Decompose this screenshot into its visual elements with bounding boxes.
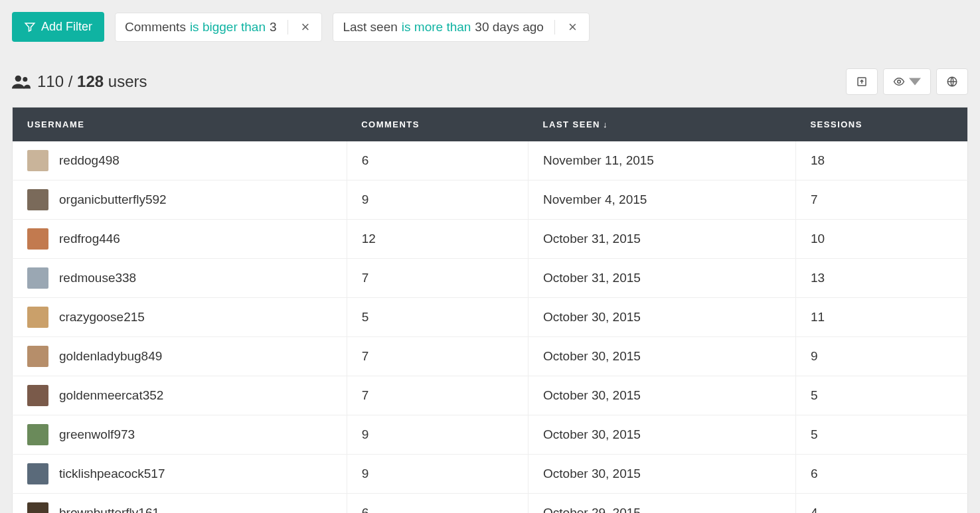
avatar	[27, 502, 48, 513]
username-cell: goldenladybug849	[59, 349, 162, 364]
last-seen-cell: October 31, 2015	[529, 259, 796, 298]
username-cell: organicbutterfly592	[59, 192, 167, 207]
globe-button[interactable]	[936, 68, 968, 95]
table-row[interactable]: crazygoose2155October 30, 201511	[13, 298, 968, 337]
chip-field: Last seen	[343, 20, 397, 35]
funnel-icon	[24, 21, 36, 33]
result-count: 110 / 128 users	[37, 72, 147, 91]
last-seen-cell: October 29, 2015	[529, 494, 796, 514]
comments-cell: 5	[347, 298, 528, 337]
comments-cell: 7	[347, 376, 528, 415]
comments-cell: 9	[347, 455, 528, 494]
add-filter-button[interactable]: Add Filter	[12, 12, 104, 42]
sessions-cell: 5	[795, 415, 967, 455]
count-separator: /	[68, 72, 73, 90]
users-icon	[12, 74, 31, 90]
chip-value: 3	[270, 20, 277, 35]
filter-chip[interactable]: Last seen is more than 30 days ago×	[333, 13, 589, 42]
username-cell: redmouse338	[59, 271, 136, 285]
last-seen-cell: October 31, 2015	[529, 220, 796, 259]
username-cell: redfrog446	[59, 232, 120, 246]
sessions-cell: 4	[795, 494, 967, 514]
sessions-cell: 13	[795, 259, 967, 298]
sessions-cell: 10	[795, 220, 967, 259]
eye-icon	[893, 76, 905, 88]
sessions-cell: 11	[795, 298, 967, 337]
comments-cell: 6	[347, 494, 528, 514]
comments-cell: 9	[347, 415, 528, 455]
summary-actions	[846, 68, 968, 95]
avatar	[27, 424, 48, 445]
last-seen-cell: October 30, 2015	[529, 455, 796, 494]
sessions-cell: 6	[795, 455, 967, 494]
last-seen-cell: October 30, 2015	[529, 415, 796, 455]
avatar	[27, 267, 48, 289]
sort-desc-icon: ↓	[603, 119, 608, 129]
open-new-button[interactable]	[846, 68, 878, 95]
filter-chip[interactable]: Comments is bigger than 3×	[115, 13, 322, 42]
username-cell: goldenmeercat352	[59, 388, 163, 403]
table-row[interactable]: goldenmeercat3527October 30, 20155	[13, 376, 968, 415]
last-seen-cell: November 11, 2015	[529, 141, 796, 181]
avatar	[27, 307, 48, 328]
chip-divider	[554, 20, 555, 35]
comments-cell: 6	[347, 141, 528, 181]
avatar	[27, 385, 48, 406]
chip-divider	[287, 20, 288, 35]
col-header-sessions[interactable]: SESSIONS	[795, 108, 967, 142]
last-seen-cell: October 30, 2015	[529, 298, 796, 337]
caret-down-icon	[909, 76, 921, 88]
avatar	[27, 463, 48, 484]
table-row[interactable]: organicbutterfly5929November 4, 20157	[13, 181, 968, 220]
table-header-row: USERNAME COMMENTS LAST SEEN↓ SESSIONS	[13, 108, 968, 142]
users-table: USERNAME COMMENTS LAST SEEN↓ SESSIONS re…	[12, 107, 968, 513]
last-seen-cell: November 4, 2015	[529, 181, 796, 220]
avatar	[27, 346, 48, 367]
comments-cell: 12	[347, 220, 528, 259]
comments-cell: 9	[347, 181, 528, 220]
visibility-dropdown-button[interactable]	[883, 68, 931, 95]
svg-point-3	[898, 80, 901, 84]
col-header-last-seen[interactable]: LAST SEEN↓	[529, 108, 796, 142]
username-cell: reddog498	[59, 153, 120, 168]
svg-point-0	[15, 76, 21, 82]
username-cell: brownbutterfly161	[59, 506, 159, 513]
col-header-username[interactable]: USERNAME	[13, 108, 347, 142]
table-row[interactable]: redfrog44612October 31, 201510	[13, 220, 968, 259]
username-cell: ticklishpeacock517	[59, 467, 165, 481]
last-seen-cell: October 30, 2015	[529, 376, 796, 415]
open-in-new-icon	[856, 76, 868, 88]
table-row[interactable]: ticklishpeacock5179October 30, 20156	[13, 455, 968, 494]
table-row[interactable]: redmouse3387October 31, 201513	[13, 259, 968, 298]
svg-point-1	[23, 77, 27, 82]
entity-label: users	[108, 72, 147, 90]
summary-row: 110 / 128 users	[12, 68, 968, 95]
username-cell: greenwolf973	[59, 427, 135, 442]
avatar	[27, 150, 48, 171]
chip-value: 30 days ago	[475, 20, 544, 35]
sessions-cell: 7	[795, 181, 967, 220]
chip-remove-button[interactable]: ×	[299, 20, 313, 35]
table-row[interactable]: greenwolf9739October 30, 20155	[13, 415, 968, 455]
add-filter-label: Add Filter	[41, 20, 92, 34]
sessions-cell: 5	[795, 376, 967, 415]
sessions-cell: 18	[795, 141, 967, 181]
last-seen-cell: October 30, 2015	[529, 337, 796, 376]
comments-cell: 7	[347, 259, 528, 298]
col-header-comments[interactable]: COMMENTS	[347, 108, 528, 142]
avatar	[27, 228, 48, 250]
filter-bar: Add Filter Comments is bigger than 3×Las…	[12, 12, 968, 42]
globe-icon	[946, 76, 958, 88]
table-row[interactable]: reddog4986November 11, 201518	[13, 141, 968, 181]
chip-operator: is bigger than	[190, 20, 266, 35]
table-row[interactable]: goldenladybug8497October 30, 20159	[13, 337, 968, 376]
chip-remove-button[interactable]: ×	[566, 20, 580, 35]
chip-operator: is more than	[402, 20, 471, 35]
total-count: 128	[77, 72, 104, 90]
table-row[interactable]: brownbutterfly1616October 29, 20154	[13, 494, 968, 514]
shown-count: 110	[37, 72, 64, 90]
sessions-cell: 9	[795, 337, 967, 376]
avatar	[27, 189, 48, 210]
comments-cell: 7	[347, 337, 528, 376]
chip-field: Comments	[125, 20, 186, 35]
